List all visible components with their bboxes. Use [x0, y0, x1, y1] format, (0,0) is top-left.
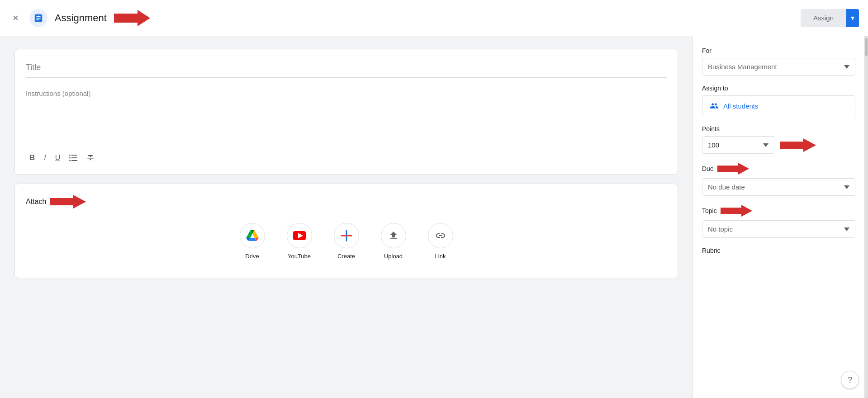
- assign-to-section: Assign to All students: [702, 85, 855, 116]
- class-select[interactable]: Business Management: [702, 58, 855, 76]
- create-icon-circle: [334, 223, 359, 248]
- svg-marker-13: [717, 163, 749, 175]
- due-date-select[interactable]: No due date: [702, 178, 855, 196]
- points-label: Points: [702, 125, 855, 133]
- attach-header: Attach: [26, 195, 667, 208]
- close-button[interactable]: ×: [9, 9, 22, 28]
- header-left: × Assignment: [9, 9, 801, 28]
- instructions-input[interactable]: [26, 85, 667, 139]
- topic-label: Topic: [702, 205, 855, 217]
- youtube-label: YouTube: [288, 253, 311, 260]
- for-section: For Business Management: [702, 47, 855, 76]
- points-section: Points 100: [702, 125, 855, 154]
- upload-label: Upload: [384, 253, 403, 260]
- assign-to-box[interactable]: All students: [702, 95, 855, 116]
- italic-button[interactable]: I: [40, 151, 49, 165]
- assignment-icon: [29, 9, 47, 27]
- assignment-form-card: B I U: [14, 49, 678, 175]
- header-actions: Assign ▾: [801, 9, 859, 27]
- topic-select[interactable]: No topic: [702, 220, 855, 238]
- create-label: Create: [337, 253, 355, 260]
- points-row: 100: [702, 136, 855, 154]
- for-label: For: [702, 47, 855, 54]
- help-icon: ?: [848, 375, 852, 385]
- svg-rect-3: [71, 160, 77, 161]
- bold-button[interactable]: B: [26, 151, 38, 165]
- attach-youtube[interactable]: YouTube: [287, 223, 312, 260]
- scroll-thumb: [865, 38, 868, 56]
- attach-card: Attach: [14, 184, 678, 278]
- topic-arrow-annotation: [721, 205, 752, 217]
- page-title: Assignment: [55, 12, 107, 24]
- points-select[interactable]: 100: [702, 136, 774, 154]
- link-icon-circle: [428, 223, 453, 248]
- drive-label: Drive: [245, 253, 259, 260]
- due-section: Due No due date: [702, 163, 855, 196]
- attach-link[interactable]: Link: [428, 223, 453, 260]
- attach-drive[interactable]: Drive: [240, 223, 265, 260]
- assign-dropdown-button[interactable]: ▾: [846, 9, 859, 27]
- chevron-down-icon: ▾: [851, 14, 854, 22]
- svg-marker-14: [721, 205, 752, 217]
- drive-icon-circle: [240, 223, 265, 248]
- main-layout: B I U: [0, 36, 868, 398]
- underline-button[interactable]: U: [52, 151, 64, 165]
- attach-create[interactable]: Create: [334, 223, 359, 260]
- svg-rect-2: [71, 157, 77, 158]
- assign-button[interactable]: Assign: [801, 9, 846, 27]
- scroll-track[interactable]: [864, 36, 868, 398]
- help-button[interactable]: ?: [841, 371, 859, 389]
- attach-label: Attach: [26, 198, 46, 206]
- people-icon: [710, 101, 719, 110]
- due-arrow-annotation: [717, 163, 749, 175]
- link-label: Link: [435, 253, 446, 260]
- rubric-section: Rubric: [702, 247, 855, 258]
- formatting-toolbar: B I U: [26, 145, 667, 165]
- attach-arrow-annotation: [50, 195, 86, 208]
- youtube-icon-circle: [287, 223, 312, 248]
- title-input[interactable]: [26, 58, 667, 78]
- svg-point-5: [69, 157, 71, 159]
- sidebar: For Business Management Assign to All st…: [693, 36, 864, 398]
- header: × Assignment Assign ▾: [0, 0, 868, 36]
- topic-section: Topic No topic: [702, 205, 855, 238]
- all-students-text: All students: [723, 102, 759, 110]
- content-area: B I U: [0, 36, 693, 398]
- svg-marker-7: [50, 195, 86, 208]
- strikethrough-button[interactable]: [83, 151, 98, 165]
- upload-icon-circle: [381, 223, 406, 248]
- list-button[interactable]: [66, 152, 81, 164]
- svg-point-6: [69, 160, 71, 161]
- attach-upload[interactable]: Upload: [381, 223, 406, 260]
- due-label: Due: [702, 163, 855, 175]
- attach-icons-row: Drive YouTube: [26, 219, 667, 267]
- close-icon: ×: [13, 12, 19, 24]
- title-arrow-annotation: [114, 10, 150, 26]
- points-arrow-annotation: [780, 138, 816, 152]
- svg-marker-12: [780, 138, 816, 152]
- svg-rect-1: [71, 155, 77, 156]
- svg-point-4: [69, 155, 71, 156]
- assign-to-label: Assign to: [702, 85, 855, 92]
- rubric-label: Rubric: [702, 247, 855, 254]
- svg-marker-0: [114, 10, 150, 26]
